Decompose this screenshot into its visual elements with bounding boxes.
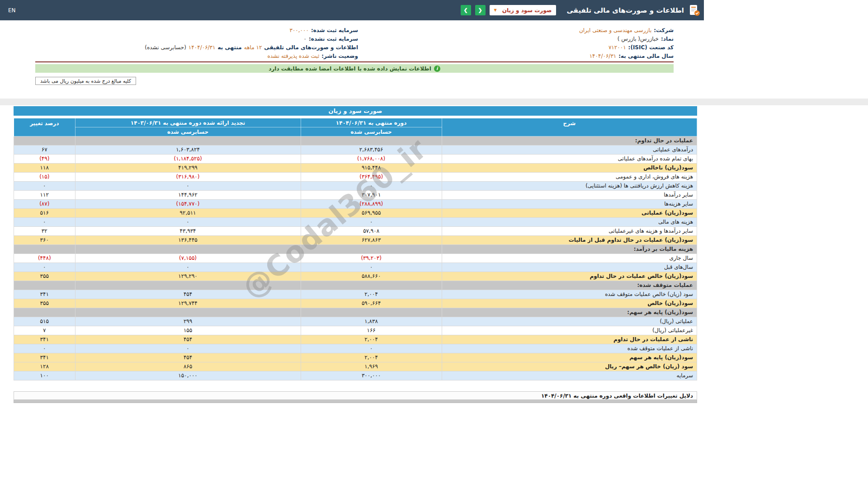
statement-row: سرمایه۳۰۰,۰۰۰۱۵۰,۰۰۰۱۰۰ [14,371,697,380]
row-label: سود(زیان) خالص عملیات در حال تداوم [442,272,697,281]
registered-capital-value: ۳۰۰,۰۰۰ [289,27,309,33]
statement-row: سایر درآمدها۳۰۷,۹۰۱۱۴۴,۹۶۲۱۱۲ [14,191,697,200]
previous-report-button[interactable]: ❮ [475,5,486,15]
subheader-audited-prior: حسابرسی شده [75,127,301,136]
divider-band [0,99,868,105]
row-label: ناشی از عملیات متوقف شده [442,344,697,353]
row-value-current: (۳۹,۲۰۳) [301,254,442,263]
row-value-current [301,245,442,254]
row-value-current: (۲۸۸,۸۹۹) [301,200,442,209]
row-value-prior: (۳۱۶,۹۸۰) [75,173,301,182]
row-label: هزینه مالیات بر درآمد: [442,245,697,254]
statement-row: هزینه های مالی۰۰۰ [14,218,697,227]
row-value-current: ۵۷,۹۰۸ [301,227,442,236]
row-value-change: (۸۷) [14,200,75,209]
language-toggle-en[interactable]: EN [8,7,16,14]
row-value-change: ۷ [14,326,75,335]
info-row: سال مالی منتهی به: ۱۴۰۴/۰۶/۳۱ وضعیت ناشر… [35,52,674,60]
row-value-current: ۳۰۰,۰۰۰ [301,371,442,380]
statement-row: ناشی از عملیات در حال تداوم۲,۰۰۴۴۵۴۳۴۱ [14,335,697,344]
row-value-change: ۳۴۱ [14,335,75,344]
row-value-current: (۳۶۴,۴۹۵) [301,173,442,182]
publisher-status-label: وضعیت ناشر: [321,53,358,59]
row-value-current: ۲,۰۰۴ [301,290,442,299]
codal-logo-icon[interactable] [688,4,700,16]
row-value-prior: (۷,۱۵۵) [75,254,301,263]
statement-table-body: عملیات در حال تداوم:درآمدهای عملیاتی۲,۶۸… [14,136,697,380]
row-value-prior [75,136,301,145]
row-value-current: ۲,۰۰۴ [301,353,442,362]
column-header-description: شرح [442,118,697,136]
chevron-down-icon: ▼ [494,9,497,12]
report-type-dropdown[interactable]: صورت سود و زیان ▼ [490,5,557,15]
row-label: سود(زیان) عملیات در حال تداوم قبل از مال… [442,236,697,245]
row-value-change: ۵۱۵ [14,317,75,326]
row-label: بهای تمام شده درآمدهای عملیاتی [442,155,697,164]
row-label: عملیات در حال تداوم: [442,136,697,145]
statement-row: سود(زیان) عملیات در حال تداوم قبل از مال… [14,236,697,245]
next-report-button[interactable]: ❯ [461,5,471,15]
statement-title-bar: صورت سود و زیان [14,106,697,116]
statement-row: سود(زیان) خالص۵۹۰,۶۶۴۱۲۹,۷۴۴۳۵۵ [14,299,697,308]
company-value: بازرسی مهندسی و صنعتی ایران [579,27,651,33]
row-label: سرمایه [442,371,697,380]
row-value-prior: ۰ [75,263,301,272]
fiscal-year-label: سال مالی منتهی به: [618,53,674,59]
row-label: سود(زیان) عملیاتی [442,209,697,218]
statement-section-row: سود(زیان) پایه هر سهم: [14,308,697,317]
row-value-current: ۹۱۵,۴۴۸ [301,164,442,173]
row-value-prior: ۱۲۹,۲۹۰ [75,272,301,281]
unit-note: کلیه مبالغ درج شده به میلیون ریال می باش… [35,77,136,85]
row-value-change: ۳۵۵ [14,299,75,308]
row-value-change: ۰ [14,218,75,227]
isic-label: کد صنعت (ISIC): [628,44,674,51]
statement-row: سال‌های قبل۰۰۰ [14,263,697,272]
company-label: شرکت: [654,27,674,33]
page-container: اطلاعات و صورت‌های مالی تلفیقی صورت سود … [0,0,704,85]
statement-row: هزینه های فروش، اداری و عمومی(۳۶۴,۴۹۵)(۳… [14,173,697,182]
column-header-current-period: دوره منتهی به ۱۴۰۴/۰۶/۳۱ [301,118,442,127]
row-label: سود(زیان) ناخالص [442,164,697,173]
row-label: سود(زیان) پایه هر سهم [442,353,697,362]
row-value-change: ۳۴۱ [14,353,75,362]
row-value-prior: ۱,۶۰۳,۸۲۴ [75,145,301,155]
row-label: هزینه های مالی [442,218,697,227]
row-value-prior: ۰ [75,182,301,191]
row-value-change: ۵۱۶ [14,209,75,218]
row-value-prior: ۲۹۹ [75,317,301,326]
row-value-current: ۲,۶۸۳,۴۵۶ [301,145,442,155]
row-value-prior: ۱۵۰,۰۰۰ [75,371,301,380]
statement-row: ناشی از عملیات متوقف شده۰۰۰ [14,344,697,353]
row-value-change: (۴۹) [14,155,75,164]
row-label: سود (زیان) خالص عملیات متوقف شده [442,290,697,299]
unregistered-capital-label: سرمایه ثبت نشده: [309,36,358,42]
banner-text: اطلاعات نمایش داده شده با اطلاعات امضا ش… [269,66,431,72]
statement-row: سود (زیان) خالص عملیات متوقف شده۲,۰۰۴۴۵۴… [14,290,697,299]
row-label: سال‌های قبل [442,263,697,272]
row-label: سایر درآمدها [442,191,697,200]
statement-section-row: هزینه مالیات بر درآمد: [14,245,697,254]
row-value-prior: (۱۵۴,۷۷۰) [75,200,301,209]
row-value-prior: ۴۱۹,۲۹۹ [75,164,301,173]
row-value-change: ۶۷ [14,145,75,155]
row-value-current: (۱,۷۶۸,۰۰۸) [301,155,442,164]
row-value-change: (۴۴۸) [14,254,75,263]
info-row: شرکت: بازرسی مهندسی و صنعتی ایران سرمایه… [35,26,674,34]
row-label: سال جاری [442,254,697,263]
row-value-prior: ۱۳۶,۴۴۵ [75,236,301,245]
symbol-value: خبازرس( بازرس ) [618,36,659,42]
row-value-prior: ۴۳,۹۳۴ [75,227,301,236]
row-value-current: ۵۶۹,۹۵۵ [301,209,442,218]
statement-row: درآمدهای عملیاتی۲,۶۸۳,۴۵۶۱,۶۰۳,۸۲۴۶۷ [14,145,697,155]
publisher-status-value: ثبت شده پذیرفته نشده [267,53,319,59]
report-line-suffix: (حسابرسی نشده) [145,44,186,51]
statement-row: سود(زیان) ناخالص۹۱۵,۴۴۸۴۱۹,۲۹۹۱۱۸ [14,164,697,173]
row-value-prior: ۸۶۵ [75,362,301,371]
row-label: عملیات متوقف شده: [442,281,697,290]
row-value-change [14,281,75,290]
info-icon: i [434,66,440,72]
statement-row: سود(زیان) عملیاتی۵۶۹,۹۵۵۹۲,۵۱۱۵۱۶ [14,209,697,218]
row-label: هزینه های فروش، اداری و عمومی [442,173,697,182]
row-value-change: ۳۲ [14,227,75,236]
statement-row: سایر درآمدها و هزینه های غیرعملیاتی۵۷,۹۰… [14,227,697,236]
